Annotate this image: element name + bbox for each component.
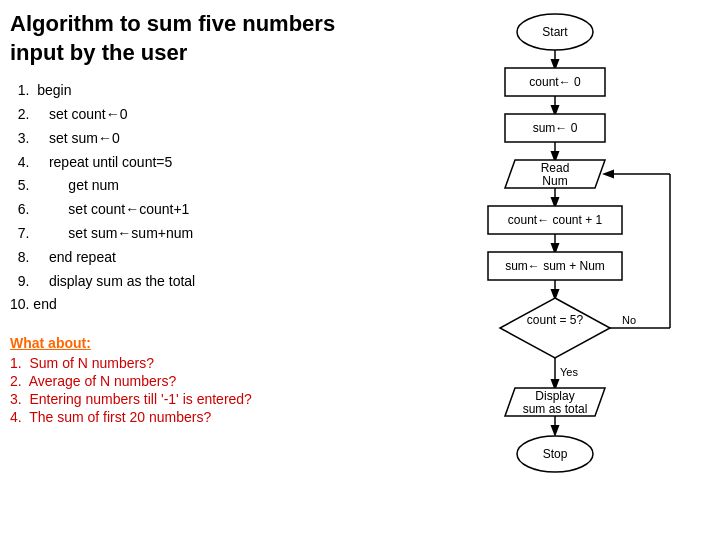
yes-label: Yes <box>560 366 578 378</box>
step-4: 4. repeat until count=5 <box>10 151 390 175</box>
what-about-item-1: 1. Sum of N numbers? <box>10 355 390 371</box>
what-about-item-3: 3. Entering numbers till '-1' is entered… <box>10 391 390 407</box>
step-1: 1. begin <box>10 79 390 103</box>
what-about-item-4: 4. The sum of first 20 numbers? <box>10 409 390 425</box>
step-2: 2. set count←0 <box>10 103 390 127</box>
sumnum-label: sum← sum + Num <box>505 259 605 273</box>
read-label: Read <box>541 161 570 175</box>
count1-label: count← count + 1 <box>508 213 603 227</box>
sum0-label: sum← 0 <box>533 121 578 135</box>
what-about-item-2: 2. Average of N numbers? <box>10 373 390 389</box>
start-label: Start <box>542 25 568 39</box>
what-about-header: What about: <box>10 335 390 351</box>
stop-label: Stop <box>543 447 568 461</box>
display-label: Display <box>535 389 574 403</box>
svg-marker-12 <box>500 298 610 358</box>
no-label: No <box>622 314 636 326</box>
step-6: 6. set count←count+1 <box>10 198 390 222</box>
left-panel: Algorithm to sum five numbers input by t… <box>10 10 390 427</box>
page-title: Algorithm to sum five numbers input by t… <box>10 10 390 67</box>
step-8: 8. end repeat <box>10 246 390 270</box>
what-about-section: What about: 1. Sum of N numbers? 2. Aver… <box>10 335 390 425</box>
algorithm-steps: 1. begin 2. set count←0 3. set sum←0 4. … <box>10 79 390 317</box>
step-9: 9. display sum as the total <box>10 270 390 294</box>
step-3: 3. set sum←0 <box>10 127 390 151</box>
step-5: 5. get num <box>10 174 390 198</box>
step-10: 10. end <box>10 293 390 317</box>
what-about-list: 1. Sum of N numbers? 2. Average of N num… <box>10 355 390 425</box>
diamond-label: count = 5? <box>527 313 584 327</box>
count0-label: count← 0 <box>529 75 581 89</box>
flowchart-svg: Start count← 0 sum← 0 Read Num count← co… <box>400 10 710 530</box>
sum-as-total-label: sum as total <box>523 402 588 416</box>
flowchart: Start count← 0 sum← 0 Read Num count← co… <box>400 10 710 530</box>
num-label: Num <box>542 174 567 188</box>
step-7: 7. set sum←sum+num <box>10 222 390 246</box>
